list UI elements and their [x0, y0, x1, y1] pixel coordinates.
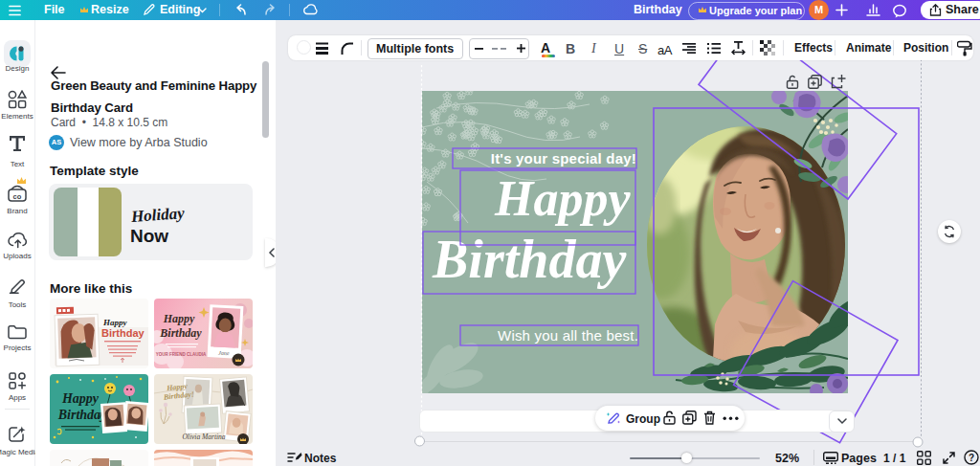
- svg-text:Birthday: Birthday: [101, 327, 145, 339]
- svg-text:Happy: Happy: [102, 318, 128, 327]
- svg-text:Happy: Happy: [163, 312, 195, 325]
- svg-text:Birthday: Birthday: [159, 326, 202, 340]
- svg-text:co: co: [13, 192, 22, 201]
- svg-text:Happy: Happy: [61, 391, 100, 406]
- svg-text:YOUR FRIEND CLAUDIA: YOUR FRIEND CLAUDIA: [156, 352, 207, 357]
- svg-text:Jane: Jane: [218, 350, 230, 357]
- svg-text:?: ?: [969, 453, 974, 463]
- svg-text:Birthday: Birthday: [57, 408, 107, 422]
- svg-text:Olivia Martina: Olivia Martina: [182, 433, 225, 441]
